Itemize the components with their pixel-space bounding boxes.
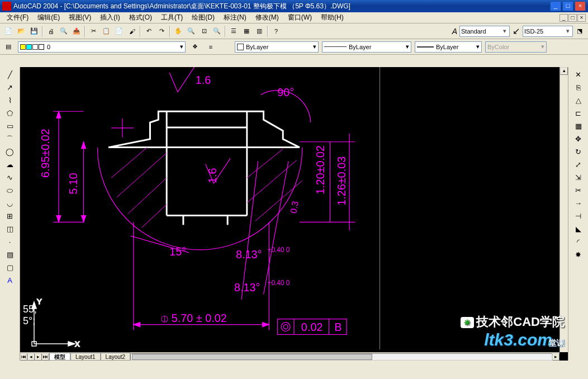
menu-format[interactable]: 格式(O) — [125, 12, 157, 23]
tab-next-icon[interactable]: ▸ — [35, 353, 42, 361]
menu-tools[interactable]: 工具(T) — [157, 12, 187, 23]
point-icon[interactable]: · — [4, 236, 16, 248]
block-icon[interactable]: ◫ — [4, 223, 16, 235]
svg-marker-45 — [68, 342, 75, 346]
paste-icon[interactable]: 📄 — [113, 25, 125, 37]
cut-icon[interactable]: ✂ — [87, 25, 99, 37]
stretch-icon[interactable]: ⇲ — [572, 172, 585, 184]
layer-prev-icon[interactable]: ❖ — [189, 41, 201, 53]
lineweight-combo[interactable]: ByLayer ▾ — [415, 41, 482, 53]
hatch-icon[interactable]: ▨ — [4, 249, 16, 261]
dimstyle-mgr-icon[interactable]: ⬔ — [573, 25, 586, 37]
mirror-icon[interactable]: △ — [572, 94, 585, 107]
mtext-icon[interactable]: A — [4, 274, 16, 287]
properties-icon[interactable]: ☰ — [227, 25, 240, 37]
layer-mgr-icon[interactable]: ▤ — [2, 41, 15, 53]
offset-icon[interactable]: ⊏ — [572, 107, 585, 120]
menu-modify[interactable]: 修改(M) — [251, 12, 283, 23]
tab-layout1[interactable]: Layout1 — [70, 353, 101, 361]
menu-window[interactable]: 窗口(W) — [283, 12, 316, 23]
dim-15: 15° — [169, 245, 186, 258]
layer-states-icon[interactable]: ≡ — [205, 41, 217, 53]
extend-icon[interactable]: → — [572, 197, 585, 210]
save-icon[interactable]: 💾 — [28, 25, 40, 37]
erase-icon[interactable]: ✕ — [572, 69, 585, 81]
copy-icon[interactable]: 📋 — [100, 25, 112, 37]
scroll-right-icon[interactable]: ▸ — [552, 353, 559, 361]
matchprop-icon[interactable]: 🖌 — [126, 25, 138, 37]
close-button[interactable]: × — [575, 1, 586, 11]
designcenter-icon[interactable]: ▦ — [240, 25, 253, 37]
spline-icon[interactable]: ∿ — [4, 172, 16, 184]
arc-icon[interactable]: ⌒ — [4, 133, 16, 145]
doc-close[interactable]: × — [577, 14, 586, 22]
tab-first-icon[interactable]: ⏮ — [20, 353, 27, 361]
ellipsearc-icon[interactable]: ◡ — [4, 197, 16, 210]
trim-icon[interactable]: ✂ — [572, 184, 585, 197]
preview-icon[interactable]: 🔍 — [58, 25, 70, 37]
menu-file[interactable]: 文件(F) — [2, 12, 33, 23]
region-icon[interactable]: ▢ — [4, 262, 16, 274]
tab-prev-icon[interactable]: ◂ — [27, 353, 35, 361]
print-icon[interactable]: 🖨 — [45, 25, 57, 37]
tab-model[interactable]: 模型 — [49, 353, 70, 361]
layer-combo[interactable]: 0 ▾ — [18, 41, 186, 53]
menu-dimension[interactable]: 标注(N) — [219, 12, 251, 23]
text-style-combo[interactable]: Standard ▾ — [459, 26, 510, 37]
color-combo[interactable]: ByLayer ▾ — [235, 41, 319, 53]
minimize-button[interactable]: _ — [550, 1, 561, 11]
menu-view[interactable]: 视图(V) — [64, 12, 96, 23]
dim-8a: 8.13° — [236, 248, 262, 260]
ellipse-icon[interactable]: ⬭ — [4, 184, 16, 197]
hscroll-thumb[interactable] — [132, 354, 372, 360]
line-icon[interactable]: ╱ — [4, 69, 16, 81]
dim-8b-tol: +0.40 0 — [267, 279, 290, 287]
doc-restore[interactable]: □ — [568, 14, 577, 22]
redo-icon[interactable]: ↷ — [155, 25, 168, 37]
insert-icon[interactable]: ⊞ — [4, 210, 16, 222]
linetype-combo[interactable]: ByLayer ▾ — [322, 41, 411, 53]
vscrollbar[interactable]: ▴ — [559, 67, 568, 352]
maximize-button[interactable]: □ — [562, 1, 573, 11]
menu-help[interactable]: 帮助(H) — [316, 12, 348, 23]
zoom-rt-icon[interactable]: 🔍 — [185, 25, 197, 37]
tab-last-icon[interactable]: ⏭ — [42, 353, 49, 361]
svg-text:X: X — [75, 340, 80, 348]
toolpalette-icon[interactable]: ▥ — [253, 25, 265, 37]
scale-icon[interactable]: ⤢ — [572, 159, 585, 171]
zoom-prev-icon[interactable]: 🔍 — [211, 25, 223, 37]
scroll-up-icon[interactable]: ▴ — [560, 67, 568, 75]
new-icon[interactable]: 📄 — [2, 25, 15, 37]
publish-icon[interactable]: 📤 — [70, 25, 83, 37]
rectangle-icon[interactable]: ▭ — [4, 120, 16, 132]
xline-icon[interactable]: ↗ — [4, 82, 16, 94]
open-icon[interactable]: 📂 — [15, 25, 27, 37]
drawing-area[interactable]: 6.95±0.02 5.10 1.20±0.02 1.26±0.03 1.6 1… — [20, 67, 568, 361]
rotate-icon[interactable]: ↻ — [572, 146, 585, 158]
break-icon[interactable]: ⊣ — [572, 210, 585, 222]
menu-edit[interactable]: 编辑(E) — [33, 12, 64, 23]
explode-icon[interactable]: ✸ — [572, 249, 585, 261]
help-icon[interactable]: ? — [270, 25, 282, 37]
tab-layout2[interactable]: Layout2 — [101, 353, 131, 361]
menu-draw[interactable]: 绘图(D) — [187, 12, 219, 23]
polygon-icon[interactable]: ⬠ — [4, 107, 16, 120]
dim-style-combo[interactable]: ISD-25 ▾ — [523, 26, 573, 37]
dim-1-20: 1.20±0.02 — [314, 145, 326, 195]
dim-5-70: ⦶ 5.70 ± 0.02 — [161, 312, 226, 324]
array-icon[interactable]: ▦ — [572, 120, 585, 132]
pline-icon[interactable]: ⌇ — [4, 94, 16, 107]
svg-line-38 — [142, 205, 167, 228]
menu-insert[interactable]: 插入(I) — [96, 12, 124, 23]
chamfer-icon[interactable]: ◣ — [572, 223, 585, 235]
zoom-win-icon[interactable]: ⊡ — [198, 25, 210, 37]
revcloud-icon[interactable]: ☁ — [4, 159, 16, 171]
circle-icon[interactable]: ◯ — [4, 146, 16, 158]
move-icon[interactable]: ✥ — [572, 133, 585, 145]
pan-icon[interactable]: ✋ — [172, 25, 184, 37]
fillet-icon[interactable]: ◜ — [572, 236, 585, 248]
hscroll-track[interactable] — [130, 353, 552, 361]
undo-icon[interactable]: ↶ — [143, 25, 155, 37]
copy2-icon[interactable]: ⎘ — [572, 82, 585, 94]
doc-minimize[interactable]: _ — [559, 14, 568, 22]
